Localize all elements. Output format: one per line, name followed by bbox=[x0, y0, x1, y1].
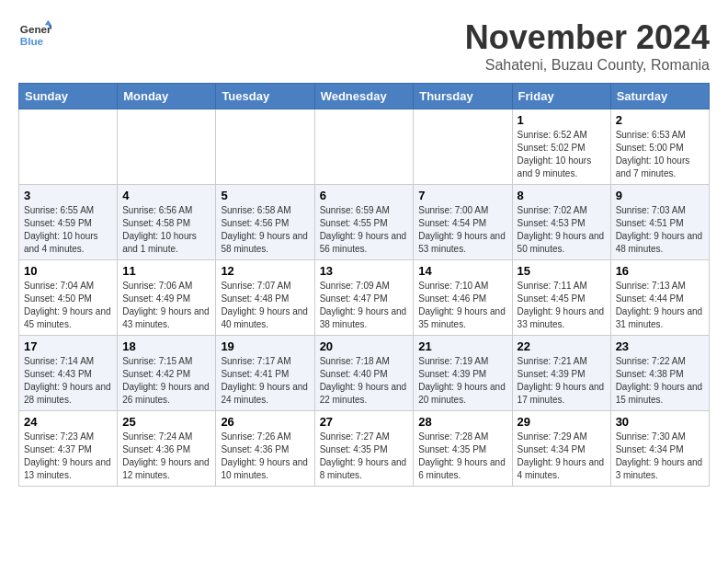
calendar-cell: 19Sunrise: 7:17 AM Sunset: 4:41 PM Dayli… bbox=[216, 336, 314, 411]
header-day-friday: Friday bbox=[512, 84, 610, 109]
day-info: Sunrise: 7:28 AM Sunset: 4:35 PM Dayligh… bbox=[418, 431, 506, 482]
calendar-cell bbox=[414, 109, 512, 185]
calendar-table: SundayMondayTuesdayWednesdayThursdayFrid… bbox=[18, 83, 710, 487]
day-number: 14 bbox=[418, 264, 506, 278]
logo: General Blue bbox=[18, 18, 51, 52]
calendar-week-4: 17Sunrise: 7:14 AM Sunset: 4:43 PM Dayli… bbox=[19, 336, 710, 411]
day-info: Sunrise: 7:14 AM Sunset: 4:43 PM Dayligh… bbox=[24, 355, 112, 407]
day-number: 20 bbox=[320, 339, 409, 353]
day-number: 18 bbox=[122, 339, 210, 353]
day-number: 27 bbox=[320, 415, 409, 429]
day-info: Sunrise: 7:19 AM Sunset: 4:39 PM Dayligh… bbox=[418, 355, 506, 407]
calendar-cell: 6Sunrise: 6:59 AM Sunset: 4:55 PM Daylig… bbox=[314, 185, 414, 260]
day-number: 1 bbox=[518, 113, 606, 127]
day-info: Sunrise: 7:03 AM Sunset: 4:51 PM Dayligh… bbox=[616, 204, 704, 256]
calendar-cell: 12Sunrise: 7:07 AM Sunset: 4:48 PM Dayli… bbox=[216, 260, 314, 336]
day-info: Sunrise: 7:06 AM Sunset: 4:49 PM Dayligh… bbox=[122, 280, 210, 331]
day-info: Sunrise: 7:09 AM Sunset: 4:47 PM Dayligh… bbox=[320, 280, 409, 331]
calendar-cell: 13Sunrise: 7:09 AM Sunset: 4:47 PM Dayli… bbox=[314, 260, 414, 336]
day-info: Sunrise: 6:56 AM Sunset: 4:58 PM Dayligh… bbox=[122, 204, 210, 256]
calendar-cell: 9Sunrise: 7:03 AM Sunset: 4:51 PM Daylig… bbox=[610, 185, 709, 260]
day-number: 2 bbox=[616, 113, 704, 127]
calendar-cell: 27Sunrise: 7:27 AM Sunset: 4:35 PM Dayli… bbox=[314, 411, 414, 487]
day-info: Sunrise: 7:18 AM Sunset: 4:40 PM Dayligh… bbox=[320, 355, 409, 407]
calendar-header-row: SundayMondayTuesdayWednesdayThursdayFrid… bbox=[19, 84, 710, 109]
day-number: 12 bbox=[221, 264, 309, 278]
calendar-cell bbox=[216, 109, 314, 185]
calendar-cell: 18Sunrise: 7:15 AM Sunset: 4:42 PM Dayli… bbox=[118, 336, 216, 411]
day-info: Sunrise: 7:26 AM Sunset: 4:36 PM Dayligh… bbox=[221, 431, 309, 482]
day-number: 3 bbox=[24, 189, 112, 202]
day-number: 9 bbox=[616, 189, 704, 202]
calendar-cell: 1Sunrise: 6:52 AM Sunset: 5:02 PM Daylig… bbox=[512, 109, 610, 185]
day-number: 29 bbox=[518, 415, 606, 429]
day-number: 23 bbox=[616, 339, 704, 353]
day-info: Sunrise: 6:53 AM Sunset: 5:00 PM Dayligh… bbox=[616, 129, 704, 180]
day-info: Sunrise: 7:02 AM Sunset: 4:53 PM Dayligh… bbox=[518, 204, 606, 256]
calendar-cell: 23Sunrise: 7:22 AM Sunset: 4:38 PM Dayli… bbox=[610, 336, 709, 411]
calendar-cell: 17Sunrise: 7:14 AM Sunset: 4:43 PM Dayli… bbox=[19, 336, 118, 411]
day-info: Sunrise: 7:24 AM Sunset: 4:36 PM Dayligh… bbox=[122, 431, 210, 482]
day-number: 4 bbox=[122, 189, 210, 202]
day-info: Sunrise: 7:22 AM Sunset: 4:38 PM Dayligh… bbox=[616, 355, 704, 407]
day-number: 8 bbox=[518, 189, 606, 202]
day-number: 26 bbox=[221, 415, 309, 429]
day-info: Sunrise: 7:13 AM Sunset: 4:44 PM Dayligh… bbox=[616, 280, 704, 331]
day-number: 16 bbox=[616, 264, 704, 278]
calendar-cell: 22Sunrise: 7:21 AM Sunset: 4:39 PM Dayli… bbox=[512, 336, 610, 411]
header-day-saturday: Saturday bbox=[610, 84, 709, 109]
month-title: November 2024 bbox=[465, 18, 710, 57]
calendar-cell: 11Sunrise: 7:06 AM Sunset: 4:49 PM Dayli… bbox=[118, 260, 216, 336]
calendar-cell: 24Sunrise: 7:23 AM Sunset: 4:37 PM Dayli… bbox=[19, 411, 118, 487]
day-number: 13 bbox=[320, 264, 409, 278]
calendar-cell: 5Sunrise: 6:58 AM Sunset: 4:56 PM Daylig… bbox=[216, 185, 314, 260]
day-info: Sunrise: 6:59 AM Sunset: 4:55 PM Dayligh… bbox=[320, 204, 409, 256]
header-day-sunday: Sunday bbox=[19, 84, 118, 109]
day-number: 22 bbox=[518, 339, 606, 353]
day-info: Sunrise: 6:55 AM Sunset: 4:59 PM Dayligh… bbox=[24, 204, 112, 256]
header-day-thursday: Thursday bbox=[414, 84, 512, 109]
calendar-cell: 10Sunrise: 7:04 AM Sunset: 4:50 PM Dayli… bbox=[19, 260, 118, 336]
calendar-cell: 30Sunrise: 7:30 AM Sunset: 4:34 PM Dayli… bbox=[610, 411, 709, 487]
calendar-cell: 25Sunrise: 7:24 AM Sunset: 4:36 PM Dayli… bbox=[118, 411, 216, 487]
header-day-monday: Monday bbox=[118, 84, 216, 109]
calendar-cell: 20Sunrise: 7:18 AM Sunset: 4:40 PM Dayli… bbox=[314, 336, 414, 411]
day-number: 7 bbox=[418, 189, 506, 202]
calendar-cell: 16Sunrise: 7:13 AM Sunset: 4:44 PM Dayli… bbox=[610, 260, 709, 336]
calendar-cell: 29Sunrise: 7:29 AM Sunset: 4:34 PM Dayli… bbox=[512, 411, 610, 487]
day-number: 21 bbox=[418, 339, 506, 353]
calendar-body: 1Sunrise: 6:52 AM Sunset: 5:02 PM Daylig… bbox=[19, 109, 710, 487]
day-number: 19 bbox=[221, 339, 309, 353]
day-info: Sunrise: 7:29 AM Sunset: 4:34 PM Dayligh… bbox=[518, 431, 606, 482]
calendar-cell: 2Sunrise: 6:53 AM Sunset: 5:00 PM Daylig… bbox=[610, 109, 709, 185]
calendar-week-5: 24Sunrise: 7:23 AM Sunset: 4:37 PM Dayli… bbox=[19, 411, 710, 487]
calendar-cell: 21Sunrise: 7:19 AM Sunset: 4:39 PM Dayli… bbox=[414, 336, 512, 411]
calendar-week-2: 3Sunrise: 6:55 AM Sunset: 4:59 PM Daylig… bbox=[19, 185, 710, 260]
calendar-week-1: 1Sunrise: 6:52 AM Sunset: 5:02 PM Daylig… bbox=[19, 109, 710, 185]
day-info: Sunrise: 7:10 AM Sunset: 4:46 PM Dayligh… bbox=[418, 280, 506, 331]
header-day-tuesday: Tuesday bbox=[216, 84, 314, 109]
calendar-cell bbox=[314, 109, 414, 185]
day-number: 10 bbox=[24, 264, 112, 278]
calendar-cell: 4Sunrise: 6:56 AM Sunset: 4:58 PM Daylig… bbox=[118, 185, 216, 260]
day-info: Sunrise: 6:52 AM Sunset: 5:02 PM Dayligh… bbox=[518, 129, 606, 180]
day-number: 5 bbox=[221, 189, 309, 202]
day-number: 11 bbox=[122, 264, 210, 278]
day-info: Sunrise: 7:30 AM Sunset: 4:34 PM Dayligh… bbox=[616, 431, 704, 482]
day-info: Sunrise: 6:58 AM Sunset: 4:56 PM Dayligh… bbox=[221, 204, 309, 256]
day-info: Sunrise: 7:27 AM Sunset: 4:35 PM Dayligh… bbox=[320, 431, 409, 482]
day-info: Sunrise: 7:15 AM Sunset: 4:42 PM Dayligh… bbox=[122, 355, 210, 407]
calendar-week-3: 10Sunrise: 7:04 AM Sunset: 4:50 PM Dayli… bbox=[19, 260, 710, 336]
day-info: Sunrise: 7:11 AM Sunset: 4:45 PM Dayligh… bbox=[518, 280, 606, 331]
calendar-cell: 7Sunrise: 7:00 AM Sunset: 4:54 PM Daylig… bbox=[414, 185, 512, 260]
day-number: 6 bbox=[320, 189, 409, 202]
day-info: Sunrise: 7:17 AM Sunset: 4:41 PM Dayligh… bbox=[221, 355, 309, 407]
logo-icon: General Blue bbox=[18, 18, 51, 52]
day-info: Sunrise: 7:23 AM Sunset: 4:37 PM Dayligh… bbox=[24, 431, 112, 482]
page-header: General Blue November 2024 Sahateni, Buz… bbox=[18, 18, 710, 74]
calendar-cell bbox=[118, 109, 216, 185]
day-number: 28 bbox=[418, 415, 506, 429]
calendar-cell bbox=[19, 109, 118, 185]
day-info: Sunrise: 7:04 AM Sunset: 4:50 PM Dayligh… bbox=[24, 280, 112, 331]
day-number: 17 bbox=[24, 339, 112, 353]
